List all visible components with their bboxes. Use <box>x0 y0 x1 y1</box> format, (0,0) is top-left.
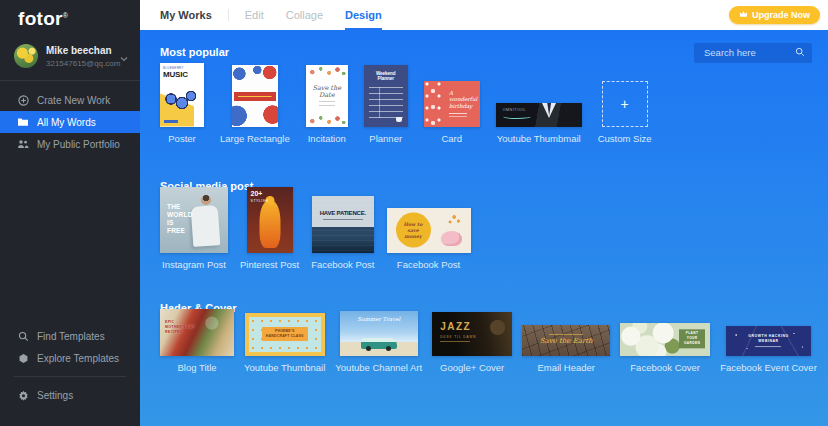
tab-separator <box>228 9 229 21</box>
tab-collage[interactable]: Collage <box>286 0 323 30</box>
search-icon[interactable] <box>795 47 805 57</box>
avatar[interactable] <box>14 44 38 68</box>
sidebar-item-find-templates[interactable]: Find Templates <box>0 325 140 347</box>
google-plus-cover-thumbnail[interactable]: JAZZ DUSK TIL DAWN <box>432 312 512 356</box>
template-card-planner[interactable]: Weekend Planner Planner <box>364 65 408 144</box>
hexagon-icon <box>17 352 29 364</box>
poster-title-text: MUSIC <box>163 70 188 79</box>
template-card-blog-title[interactable]: EPIC MOTHER'S DAY RECIPES Blog Title <box>160 309 234 373</box>
template-card-email-header[interactable]: Save the Earth Email Header <box>522 325 610 373</box>
sidebar-divider <box>0 80 140 81</box>
template-card-large-rectangle[interactable]: Large Rectangle <box>220 65 290 144</box>
fotor-logo[interactable]: fotor® <box>0 0 140 36</box>
card-thumbnail[interactable]: A wonderful birthday <box>424 81 480 127</box>
plus-icon: + <box>621 97 629 111</box>
tab-design[interactable]: Design <box>345 0 382 30</box>
app-window: fotor® Mike beechan 321547615@qq.com Cra… <box>0 0 828 426</box>
template-card-youtube-thumbnail[interactable]: PHOEBE'S HANDCRAFT CLASS Youtube Thumbna… <box>244 313 325 373</box>
template-card-pinterest-post[interactable]: 20+ STYLISH Pinterest Post <box>240 187 299 270</box>
folder-icon <box>17 116 29 128</box>
template-label: Instagram Post <box>162 259 226 270</box>
upgrade-now-button[interactable]: Upgrade Now <box>729 6 820 24</box>
jazz-subtitle-text: DUSK TIL DAWN <box>440 335 476 342</box>
sidebar-item-label: Settings <box>37 390 73 401</box>
social-media-row: THE WORLD IS FREE Instagram Post 20+ STY… <box>160 204 812 270</box>
blog-title-thumbnail[interactable]: EPIC MOTHER'S DAY RECIPES <box>160 309 234 356</box>
top-navigation-bar: My Works Edit Collage Design Upgrade Now <box>140 0 828 30</box>
header-cover-row: EPIC MOTHER'S DAY RECIPES Blog Title PHO… <box>160 326 812 373</box>
facebook-event-cover-thumbnail[interactable]: GROWTH HACKING WEBINAR <box>726 326 811 356</box>
template-label: Card <box>441 133 462 144</box>
template-label: Email Header <box>537 362 595 373</box>
search-box[interactable] <box>694 42 812 63</box>
event-cover-text: GROWTH HACKING WEBINAR <box>726 334 811 348</box>
facebook-post-thumbnail[interactable]: HAVE PATIENCE. <box>312 196 374 253</box>
template-label: Youtube Channel Art <box>335 362 422 373</box>
card-script-text: A wonderful birthday <box>449 90 478 115</box>
template-label: Facebook Cover <box>630 362 700 373</box>
planner-thumbnail[interactable]: Weekend Planner <box>364 65 408 127</box>
sidebar-item-label: All My Words <box>37 117 96 128</box>
facebook-post-thumbnail[interactable]: How to save money <box>387 208 471 253</box>
sidebar-item-label: Find Templates <box>37 331 105 342</box>
template-card-custom-size[interactable]: + Custom Size <box>598 81 652 144</box>
facebook-post-title-text: HAVE PATIENCE. <box>312 210 374 220</box>
search-icon <box>17 330 29 342</box>
plus-circle-icon <box>17 94 29 106</box>
chevron-down-icon[interactable] <box>120 48 128 66</box>
sidebar-spacer <box>0 155 140 325</box>
sidebar-item-my-public-portfolio[interactable]: My Public Portfolio <box>0 133 140 155</box>
invitation-script-text: Save the Date <box>312 85 341 107</box>
user-profile[interactable]: Mike beechan 321547615@qq.com <box>0 36 140 78</box>
template-label: Poster <box>168 133 195 144</box>
user-info: Mike beechan 321547615@qq.com <box>46 45 120 68</box>
template-card-facebook-event-cover[interactable]: GROWTH HACKING WEBINAR Facebook Event Co… <box>720 326 817 373</box>
template-card-youtube-thumbmail[interactable]: OMNITOOL Youtube Thumbmail <box>496 103 582 144</box>
large-rectangle-thumbnail[interactable] <box>232 65 278 127</box>
sidebar-item-explore-templates[interactable]: Explore Templates <box>0 347 140 369</box>
template-label: Youtube Thumbnail <box>244 362 325 373</box>
template-card-card[interactable]: A wonderful birthday Card <box>424 81 480 144</box>
sidebar-item-label: My Public Portfolio <box>37 139 120 150</box>
template-label: Incitation <box>308 133 346 144</box>
email-header-thumbnail[interactable]: Save the Earth <box>522 325 610 356</box>
poster-thumbnail[interactable]: BLUEBERRY MUSIC <box>160 63 204 127</box>
youtube-thumbnail-thumbnail[interactable]: PHOEBE'S HANDCRAFT CLASS <box>245 313 325 356</box>
template-card-facebook-post-piggy[interactable]: How to save money Facebook Post <box>387 208 471 270</box>
sidebar-item-all-my-words[interactable]: All My Words <box>0 111 140 133</box>
template-card-google-plus-cover[interactable]: JAZZ DUSK TIL DAWN Google+ Cover <box>432 312 512 373</box>
crown-icon <box>739 10 748 20</box>
template-label: Pinterest Post <box>240 259 299 270</box>
tab-my-works[interactable]: My Works <box>160 0 212 30</box>
section-most-popular-header: Most popular <box>160 42 812 63</box>
template-card-poster[interactable]: BLUEBERRY MUSIC Poster <box>160 63 204 144</box>
template-card-incitation[interactable]: Save the Date Incitation <box>306 65 348 144</box>
template-card-facebook-cover[interactable]: PLANT YOUR GARDEN Facebook Cover <box>620 323 710 373</box>
people-icon <box>17 138 29 150</box>
sidebar: fotor® Mike beechan 321547615@qq.com Cra… <box>0 0 140 426</box>
tab-edit[interactable]: Edit <box>245 0 264 30</box>
youtube-thumbmail-thumbnail[interactable]: OMNITOOL <box>496 103 582 127</box>
youtube-channel-art-thumbnail[interactable]: Summer Travel <box>340 311 418 356</box>
pinterest-small-text: STYLISH <box>251 199 269 203</box>
template-card-youtube-channel-art[interactable]: Summer Travel Youtube Channel Art <box>335 311 422 373</box>
facebook-cover-thumbnail[interactable]: PLANT YOUR GARDEN <box>620 323 710 356</box>
sidebar-item-settings[interactable]: Settings <box>0 384 140 406</box>
sidebar-item-label: Crate New Work <box>37 95 110 106</box>
template-card-facebook-post-ocean[interactable]: HAVE PATIENCE. Facebook Post <box>311 196 374 270</box>
incitation-thumbnail[interactable]: Save the Date <box>306 65 348 127</box>
gear-icon <box>17 389 29 401</box>
sidebar-item-create-new-work[interactable]: Crate New Work <box>0 89 140 111</box>
thumbnail-brand-text: OMNITOOL <box>503 108 531 119</box>
pinterest-post-thumbnail[interactable]: 20+ STYLISH <box>247 187 293 253</box>
instagram-post-thumbnail[interactable]: THE WORLD IS FREE <box>160 187 228 253</box>
planner-title-text: Weekend Planner <box>364 71 408 83</box>
main-area: My Works Edit Collage Design Upgrade Now… <box>140 0 828 426</box>
user-email: 321547615@qq.com <box>46 59 120 68</box>
user-name: Mike beechan <box>46 45 120 56</box>
sidebar-footer-divider <box>14 376 126 377</box>
template-label: Youtube Thumbmail <box>497 133 581 144</box>
template-card-instagram-post[interactable]: THE WORLD IS FREE Instagram Post <box>160 187 228 270</box>
custom-size-tile[interactable]: + <box>602 81 648 127</box>
logo-text: fotor <box>18 8 63 29</box>
